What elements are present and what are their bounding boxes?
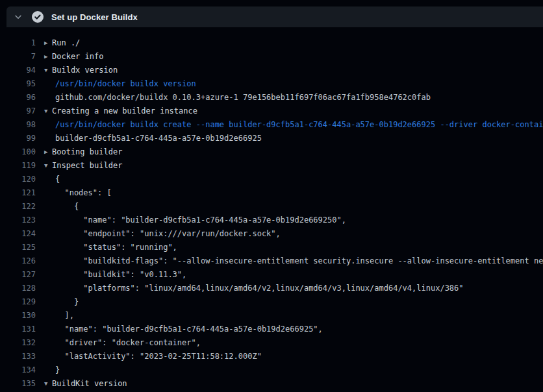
line-number[interactable]: 95 [0,77,36,91]
log-text[interactable]: Booting builder [52,145,122,159]
line-number[interactable]: 100 [0,145,36,159]
line-number[interactable]: 1 [0,36,36,50]
group-toggle-icon [44,227,52,241]
log-line: 119 ▼ Inspect builder [0,159,543,173]
log-line: 132 "driver": "docker-container", [0,336,543,350]
log-text: /usr/bin/docker buildx create --name bui… [52,118,543,132]
log-line: 131 "name": "builder-d9cfb5a1-c764-445a-… [0,323,543,336]
log-text[interactable]: Docker info [52,50,103,64]
group-toggle-icon [44,200,52,214]
group-toggle-icon [44,173,52,186]
line-number[interactable]: 124 [0,227,36,241]
log-line: 133 "lastActivity": "2023-02-25T11:58:12… [0,350,543,363]
line-number[interactable]: 132 [0,336,36,350]
group-toggle-icon [44,241,52,254]
log-line: 98 /usr/bin/docker buildx create --name … [0,118,543,132]
log-line: 125 "status": "running", [0,241,543,254]
group-toggle-icon [44,282,52,295]
log-line: 97 ▼ Creating a new builder instance [0,104,543,118]
log-text: { [52,173,60,186]
line-number[interactable]: 130 [0,309,36,323]
log-line: 128 "platforms": "linux/amd64,linux/amd6… [0,282,543,295]
log-line: 130 ], [0,309,543,323]
log-line: 95 /usr/bin/docker buildx version [0,77,543,91]
line-number[interactable]: 96 [0,91,36,104]
expand-group-icon[interactable]: ▶ [44,50,52,64]
log-line: 127 "buildkit": "v0.11.3", [0,268,543,282]
log-text: "buildkit": "v0.11.3", [52,268,186,282]
group-toggle-icon [44,91,52,104]
line-number[interactable]: 126 [0,254,36,268]
line-number[interactable]: 135 [0,377,36,391]
log-line: 124 "endpoint": "unix:///var/run/docker.… [0,227,543,241]
log-line: 129 } [0,295,543,309]
collapse-group-icon[interactable]: ▼ [44,104,52,118]
group-toggle-icon [44,118,52,132]
line-number[interactable]: 7 [0,50,36,64]
line-number[interactable]: 94 [0,64,36,77]
log-text: { [52,200,79,214]
line-number[interactable]: 125 [0,241,36,254]
line-number[interactable]: 128 [0,282,36,295]
log-text[interactable]: Buildx version [52,64,118,77]
log-line: 134 } [0,363,543,377]
log-line: 122 { [0,200,543,214]
group-toggle-icon [44,336,52,350]
log-text[interactable]: BuildKit version [52,377,127,391]
log-text: "endpoint": "unix:///var/run/docker.sock… [52,227,281,241]
log-text: "platforms": "linux/amd64,linux/amd64/v2… [52,282,464,295]
line-number[interactable]: 134 [0,363,36,377]
group-toggle-icon [44,323,52,336]
group-toggle-icon [44,295,52,309]
line-number[interactable]: 120 [0,173,36,186]
log-text: /usr/bin/docker buildx version [52,77,196,91]
line-number[interactable]: 119 [0,159,36,173]
collapse-group-icon[interactable]: ▼ [44,159,52,173]
log-text: "nodes": [ [52,186,112,200]
line-number[interactable]: 97 [0,104,36,118]
log-text: github.com/docker/buildx 0.10.3+azure-1 … [52,91,431,104]
line-number[interactable]: 122 [0,200,36,214]
log-line: 100 ▶ Booting builder [0,145,543,159]
group-toggle-icon [44,350,52,363]
line-number[interactable]: 133 [0,350,36,363]
log-lines: 1 ▶ Run ./ 7 ▶ Docker info 94 ▼ Buildx v… [0,36,543,392]
log-text: "driver": "docker-container", [52,336,201,350]
line-number[interactable]: 121 [0,186,36,200]
collapse-group-icon[interactable]: ▼ [44,64,52,77]
expand-group-icon[interactable]: ▶ [44,36,52,50]
log-text[interactable]: Creating a new builder instance [52,104,197,118]
line-number[interactable]: 127 [0,268,36,282]
log-text: "name": "builder-d9cfb5a1-c764-445a-a57e… [52,214,346,227]
expand-group-icon[interactable]: ▶ [44,145,52,159]
line-number[interactable]: 129 [0,295,36,309]
log-text: builder-d9cfb5a1-c764-445a-a57e-0b19d2e6… [52,132,262,145]
log-line: 99 builder-d9cfb5a1-c764-445a-a57e-0b19d… [0,132,543,145]
line-number[interactable]: 123 [0,214,36,227]
group-toggle-icon [44,77,52,91]
group-toggle-icon [44,363,52,377]
line-number[interactable]: 98 [0,118,36,132]
log-text: "buildkitd-flags": "--allow-insecure-ent… [52,254,543,268]
check-circle-icon [32,11,44,23]
log-text[interactable]: Run ./ [52,36,80,50]
step-title: Set up Docker Buildx [51,12,138,22]
step-header[interactable]: Set up Docker Buildx [6,6,543,27]
log-line: 126 "buildkitd-flags": "--allow-insecure… [0,254,543,268]
log-line: 120 { [0,173,543,186]
log-text: "lastActivity": "2023-02-25T11:58:12.000… [52,350,262,363]
log-line: 96 github.com/docker/buildx 0.10.3+azure… [0,91,543,104]
log-text[interactable]: Inspect builder [52,159,122,173]
group-toggle-icon [44,254,52,268]
log-text: "name": "builder-d9cfb5a1-c764-445a-a57e… [52,323,323,336]
line-number[interactable]: 131 [0,323,36,336]
log-line: 1 ▶ Run ./ [0,36,543,50]
log-text: ], [52,309,74,323]
log-line: 135 ▼ BuildKit version [0,377,543,391]
collapse-group-icon[interactable]: ▼ [44,377,52,391]
chevron-down-icon[interactable] [13,12,23,22]
line-number[interactable]: 99 [0,132,36,145]
group-toggle-icon [44,268,52,282]
log-text: "status": "running", [52,241,177,254]
log-text: } [52,363,60,377]
